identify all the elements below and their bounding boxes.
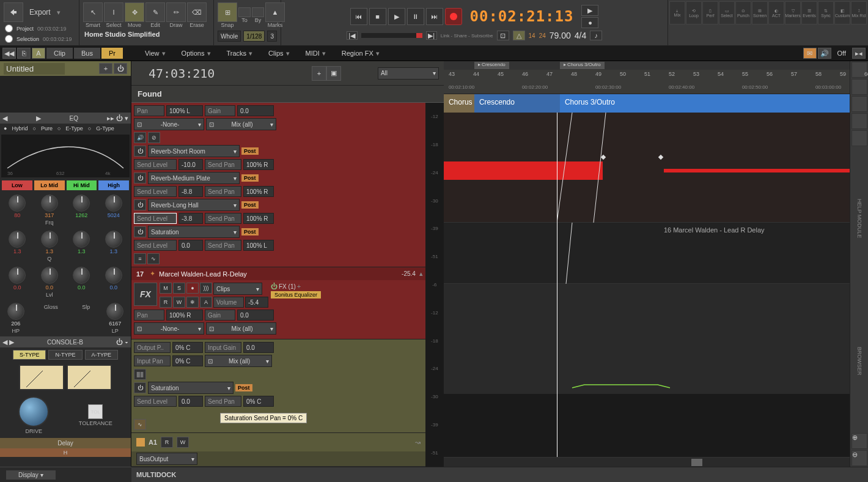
band-himid[interactable]: Hi Mid [67,180,97,190]
vert-screen-btn[interactable]: ⊞Screen [752,1,768,24]
echo-btn[interactable]: ))) [200,283,212,294]
rt-btn-3[interactable] [851,96,867,112]
prev-marker-btn[interactable]: |◀ [347,31,358,40]
pan-value-1[interactable]: 100% L [166,105,203,116]
tol-btn[interactable]: TOL [88,404,103,419]
audio-clip-1[interactable] [444,161,603,180]
fx-box[interactable]: FX [134,283,157,306]
snap-mode[interactable]: Whole [218,31,241,42]
snap-div[interactable]: 1/128 [243,31,265,42]
lvl-knob-3[interactable] [73,267,90,284]
forward-btn[interactable]: ⏭ [426,8,443,25]
vert-events-btn[interactable]: ☰Events [801,1,817,24]
rt-btn-4[interactable] [851,113,867,129]
send-level-2[interactable]: -8.8 [178,186,203,197]
marker-crescendo[interactable]: ▸ Crescendo [474,62,509,69]
eq-curve[interactable]: 36 632 4k [1,135,130,177]
undo-btn[interactable] [4,2,23,22]
console-atype[interactable]: A-TYPE [85,350,119,360]
rt-zoom-2[interactable]: ⊖ [851,450,867,466]
speaker-icon-1[interactable]: 🔊 [134,132,146,143]
vert-punch-btn[interactable]: ⊙Punch [735,1,751,24]
move-tool[interactable]: ✥ [125,2,144,22]
send-power-3[interactable]: ⏻ [134,199,146,210]
arm-btn[interactable]: ● [186,283,199,294]
filter-dropdown[interactable]: All▾ [378,67,439,80]
a-btn[interactable]: A [200,297,212,308]
menu-options[interactable]: Options▾ [174,48,218,59]
menu-clips[interactable]: Clips▾ [261,48,296,59]
playhead[interactable] [557,113,557,457]
wave-icon[interactable]: ∿ [147,253,160,264]
snowflake-btn[interactable]: ❄ [186,297,199,308]
q-knob-1[interactable] [9,231,26,248]
vert-mix-btn[interactable]: ⫰Mix [669,1,685,24]
lp-knob[interactable] [106,303,123,320]
tempo-display[interactable]: 79.00 [550,31,571,40]
menu-view[interactable]: View▾ [138,48,173,59]
busoutput-dd[interactable]: BusOutput▾ [136,453,197,465]
export-btn[interactable]: Export [24,6,56,19]
vert-act-btn[interactable]: ◐ACT [768,1,784,24]
lvl-knob-1[interactable] [9,267,26,284]
band-high[interactable]: High [98,180,129,190]
add-btn[interactable]: + [99,63,112,74]
inpan-val-3[interactable]: 0% C [172,355,203,366]
metro-settings-btn[interactable]: ♪ [590,31,602,40]
post-btn-2[interactable]: Post [241,174,259,182]
help-module-label[interactable]: HELP MODULE [850,147,868,290]
out-val-3[interactable]: 0% C [172,342,203,353]
clips-dd[interactable]: Clips▾ [213,283,262,295]
pan-val-2[interactable]: 100% R [166,310,203,321]
frq-knob-4[interactable] [105,195,122,212]
send-level-4[interactable]: 0.0 [178,240,203,251]
post-btn-1[interactable]: Post [241,147,259,155]
collapse-btn[interactable]: ▸◂ [852,48,866,59]
rt-btn-5[interactable] [851,130,867,146]
power-btn[interactable]: ⏻ [114,63,127,74]
stop-btn[interactable]: ■ [369,8,386,25]
send-name-5[interactable]: Saturation▾ [148,382,234,394]
send-name-4[interactable]: Saturation▾ [148,226,240,238]
h-scrollbar[interactable] [444,457,850,467]
vert-mixrcl-btn[interactable]: ⫱Mix Rcl [851,1,867,24]
band-low[interactable]: Low [2,180,32,190]
erase-tool[interactable]: ⌫ [187,2,207,22]
post-btn-4[interactable]: Post [241,228,259,235]
send-pan-2[interactable]: 100% R [243,186,274,197]
send-power-2[interactable]: ⏻ [134,172,146,184]
eq-type-g[interactable]: G-Type [96,125,114,132]
output-dd-1[interactable]: ⊡-None-▾ [134,118,204,130]
console-stype[interactable]: S-TYPE [13,350,46,360]
drive-knob[interactable] [18,396,49,427]
progress-slider[interactable] [361,33,422,38]
timeline-ruler[interactable]: /* ticks rendered below */ 4344454647484… [444,70,850,94]
next-marker-btn[interactable]: ▶| [426,31,437,40]
frq-knob-1[interactable] [9,195,26,212]
record-btn[interactable] [445,8,462,25]
wave-icon-3[interactable]: ∿ [134,419,146,430]
mute-btn[interactable]: M [160,283,172,294]
region-outro[interactable]: Chorus 3/Outro [560,94,850,113]
rt-zoom-1[interactable]: ⊕ [851,433,867,449]
snap-to-btn[interactable] [238,7,251,17]
lvl-knob-4[interactable] [105,267,122,284]
gain-value-1[interactable]: 0.0 [237,105,274,116]
vert-markers-btn[interactable]: ▽Markers [785,1,801,24]
send-pan-5[interactable]: 0% C [243,396,274,407]
play-btn[interactable]: ▶ [388,8,405,25]
selection-radio[interactable] [5,35,13,43]
tab-clip[interactable]: Clip [46,48,73,59]
vert-sync-btn[interactable]: ⇅Sync [818,1,834,24]
project-radio[interactable] [5,24,13,32]
menu-copy-btn[interactable]: ⎘ [17,48,31,59]
output-dd-2[interactable]: ⊡-None-▾ [134,322,204,335]
post-btn-3[interactable]: Post [241,201,259,209]
mail-icon-btn[interactable]: ✉ [803,48,817,59]
send-pan-1[interactable]: 100% R [243,159,274,170]
menu-tracks[interactable]: Tracks▾ [219,48,260,59]
add-track-btn[interactable]: + [312,66,326,81]
snap-num[interactable]: 3 [267,31,277,42]
post-btn-5[interactable]: Post [235,384,252,391]
vol-val-2[interactable]: -5.4 [245,297,268,308]
